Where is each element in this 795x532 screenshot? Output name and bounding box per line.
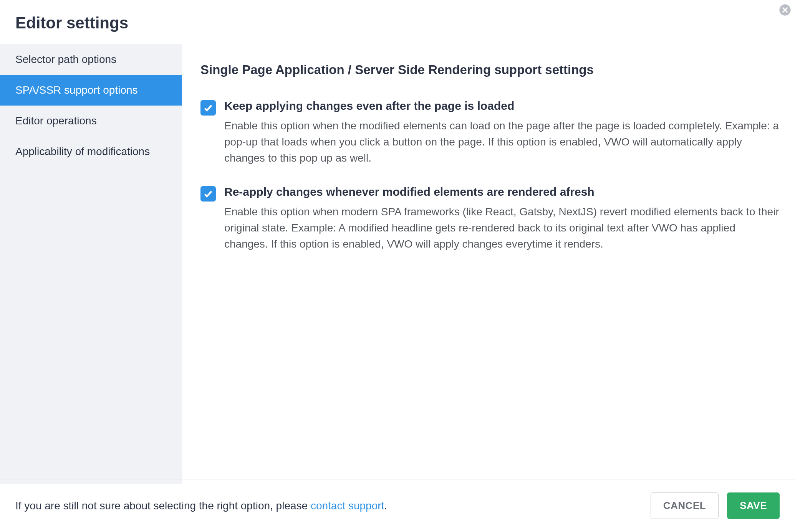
sidebar-item-applicability[interactable]: Applicability of modifications	[0, 136, 182, 167]
page-title: Editor settings	[15, 14, 780, 32]
close-icon	[779, 4, 791, 16]
cancel-button[interactable]: CANCEL	[651, 492, 719, 519]
footer-buttons: CANCEL SAVE	[651, 492, 780, 519]
checkbox-reapply-changes[interactable]	[200, 186, 216, 202]
setting-description: Enable this option when the modified ele…	[224, 118, 780, 166]
sidebar-item-selector-path[interactable]: Selector path options	[0, 44, 182, 75]
setting-label: Keep applying changes even after the pag…	[224, 99, 780, 112]
section-title: Single Page Application / Server Side Re…	[200, 63, 780, 77]
setting-description: Enable this option when modern SPA frame…	[224, 204, 780, 252]
setting-label: Re-apply changes whenever modified eleme…	[224, 185, 780, 198]
sidebar-item-spa-ssr[interactable]: SPA/SSR support options	[0, 75, 182, 106]
setting-keep-applying: Keep applying changes even after the pag…	[200, 99, 780, 166]
footer-help-suffix: .	[384, 500, 387, 512]
modal-header: Editor settings	[0, 0, 795, 44]
setting-content: Keep applying changes even after the pag…	[224, 99, 780, 166]
check-icon	[203, 189, 213, 199]
close-button[interactable]	[779, 4, 791, 16]
sidebar-item-editor-operations[interactable]: Editor operations	[0, 106, 182, 136]
modal-footer: If you are still not sure about selectin…	[0, 479, 795, 532]
main-panel: Single Page Application / Server Side Re…	[182, 44, 795, 484]
checkbox-keep-applying[interactable]	[200, 100, 216, 116]
contact-support-link[interactable]: contact support	[311, 500, 384, 512]
setting-content: Re-apply changes whenever modified eleme…	[224, 185, 780, 252]
footer-help-text: If you are still not sure about selectin…	[15, 500, 387, 512]
check-icon	[203, 103, 213, 113]
settings-sidebar: Selector path options SPA/SSR support op…	[0, 44, 182, 484]
content-wrapper: Selector path options SPA/SSR support op…	[0, 44, 795, 484]
save-button[interactable]: SAVE	[727, 492, 780, 519]
setting-reapply-changes: Re-apply changes whenever modified eleme…	[200, 185, 780, 252]
footer-help-prefix: If you are still not sure about selectin…	[15, 500, 311, 512]
